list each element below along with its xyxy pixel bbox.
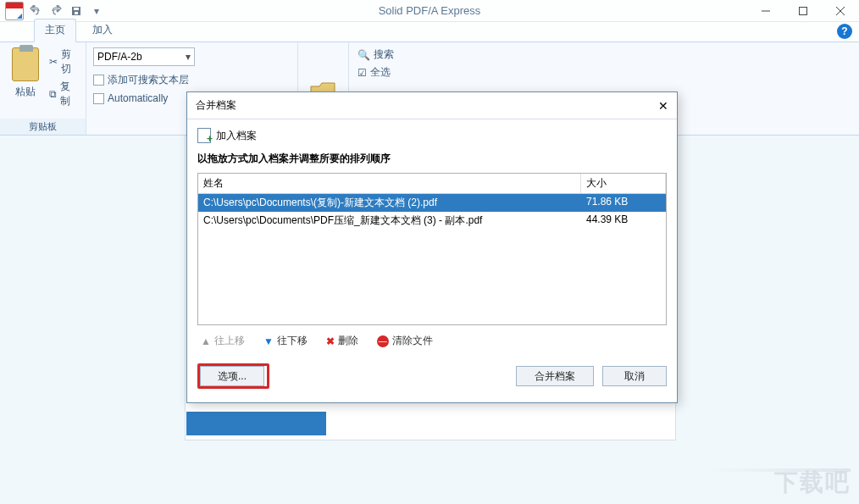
arrow-up-icon: ▲ xyxy=(201,335,211,347)
close-button[interactable] xyxy=(822,0,859,22)
dialog-footer: 选项... 合并档案 取消 xyxy=(187,355,677,402)
paste-icon xyxy=(12,47,39,81)
selection-strip xyxy=(186,412,326,435)
merge-dialog: 合并档案 ✕ 加入档案 以拖放方式加入档案并调整所要的排列顺序 姓名 大小 C:… xyxy=(186,91,678,403)
delete-icon: ✖ xyxy=(326,335,335,347)
minimize-button[interactable] xyxy=(747,0,784,22)
search-icon: 🔍 xyxy=(357,49,370,61)
paste-label: 粘贴 xyxy=(7,85,44,99)
delete-button[interactable]: ✖删除 xyxy=(326,334,358,348)
merge-button[interactable]: 合并档案 xyxy=(516,366,594,386)
clipboard-group: 粘贴 ✂剪切 ⧉复制 剪贴板 xyxy=(0,42,86,135)
watermark: 下载吧 xyxy=(774,467,851,499)
quick-access-toolbar: ▾ xyxy=(0,2,105,20)
search-button[interactable]: 🔍搜索 xyxy=(357,47,408,62)
col-size[interactable]: 大小 xyxy=(581,174,666,193)
col-name[interactable]: 姓名 xyxy=(198,174,581,193)
add-files-button[interactable]: 加入档案 xyxy=(197,128,667,143)
move-down-button[interactable]: ▼往下移 xyxy=(263,334,308,348)
svg-rect-1 xyxy=(74,8,79,10)
cut-button[interactable]: ✂剪切 xyxy=(49,47,79,76)
cut-icon: ✂ xyxy=(49,56,58,68)
copy-icon: ⧉ xyxy=(49,88,57,100)
help-button[interactable]: ? xyxy=(837,24,852,39)
svg-rect-2 xyxy=(75,12,78,14)
automatic-checkbox[interactable]: Automatically xyxy=(93,92,168,104)
svg-rect-4 xyxy=(800,7,807,14)
add-file-icon xyxy=(197,128,211,143)
pdf-mode-dropdown[interactable]: PDF/A-2b xyxy=(93,47,195,66)
app-icon xyxy=(5,2,24,20)
clear-files-button[interactable]: —清除文件 xyxy=(377,334,433,348)
window-title: Solid PDF/A Express xyxy=(0,4,859,17)
table-header: 姓名 大小 xyxy=(198,174,666,194)
paste-button[interactable]: 粘贴 xyxy=(7,47,44,99)
table-row[interactable]: C:\Users\pc\Documents\PDF压缩_新建文本文档 (3) -… xyxy=(198,212,666,230)
window-controls xyxy=(747,0,859,22)
check-icon: ☑ xyxy=(357,67,367,79)
clipboard-label: 剪贴板 xyxy=(0,119,86,135)
maximize-button[interactable] xyxy=(784,0,822,22)
checkbox-icon xyxy=(93,75,104,86)
cancel-button[interactable]: 取消 xyxy=(602,366,667,386)
options-button[interactable]: 选项... xyxy=(200,366,264,386)
table-actions: ▲往上移 ▼往下移 ✖删除 —清除文件 xyxy=(197,325,667,353)
move-up-button[interactable]: ▲往上移 xyxy=(201,334,245,348)
add-text-layer-checkbox[interactable]: 添加可搜索文本层 xyxy=(93,73,189,87)
titlebar: ▾ Solid PDF/A Express xyxy=(0,0,859,22)
dialog-heading: 以拖放方式加入档案并调整所要的排列顺序 xyxy=(197,152,667,166)
dialog-titlebar: 合并档案 ✕ xyxy=(187,92,677,119)
copy-button[interactable]: ⧉复制 xyxy=(49,80,79,108)
save-button[interactable] xyxy=(68,3,85,19)
tab-add[interactable]: 加入 xyxy=(81,19,124,42)
select-all-button[interactable]: ☑全选 xyxy=(357,65,408,80)
clear-icon: — xyxy=(377,335,389,347)
redo-button[interactable] xyxy=(47,3,64,19)
dialog-close-button[interactable]: ✕ xyxy=(658,99,668,113)
arrow-down-icon: ▼ xyxy=(263,335,274,347)
dialog-title: 合并档案 xyxy=(196,98,236,113)
checkbox-icon xyxy=(93,93,104,104)
table-row[interactable]: C:\Users\pc\Documents\(复制)-新建文本文档 (2).pd… xyxy=(198,194,666,212)
file-table: 姓名 大小 C:\Users\pc\Documents\(复制)-新建文本文档 … xyxy=(197,173,667,325)
ribbon-tabs: 主页 加入 ? xyxy=(0,22,859,42)
tab-home[interactable]: 主页 xyxy=(34,19,76,42)
qat-dropdown[interactable]: ▾ xyxy=(88,3,105,19)
options-highlight: 选项... xyxy=(197,363,269,389)
undo-button[interactable] xyxy=(27,3,44,19)
